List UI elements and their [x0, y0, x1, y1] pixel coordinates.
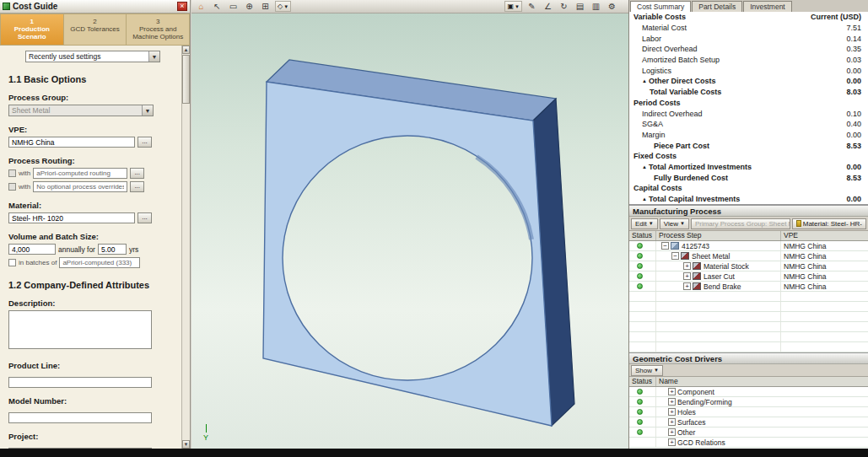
- routing-field[interactable]: [33, 168, 127, 179]
- column-name[interactable]: Name: [656, 377, 868, 386]
- viewport-canvas[interactable]: Y: [191, 13, 628, 449]
- bottom-strip: [0, 449, 868, 457]
- status-ok-icon: [637, 253, 643, 259]
- chart-icon[interactable]: ▥: [590, 1, 602, 13]
- model-front-face[interactable]: [263, 82, 552, 426]
- cost-label: Direct Overhead: [629, 45, 698, 53]
- select-cursor-icon[interactable]: ↖: [211, 1, 224, 13]
- primary-process-group-button[interactable]: Primary Process Group: Sheet Metal: [691, 218, 790, 229]
- material-button[interactable]: Material: Steel- HR-: [792, 218, 866, 229]
- fit-view-icon[interactable]: ⊞: [259, 1, 272, 13]
- measure-icon[interactable]: ∠: [542, 1, 554, 13]
- vpe-browse-button[interactable]: ...: [137, 137, 152, 148]
- cost-row: Material Cost7.51: [629, 23, 868, 34]
- vpe-field[interactable]: [8, 137, 135, 148]
- cost-value: 0.14: [846, 35, 868, 43]
- home-icon[interactable]: ⌂: [195, 1, 208, 13]
- product-line-input[interactable]: [8, 377, 152, 388]
- routing-checkbox[interactable]: [8, 169, 16, 177]
- collapse-triangle-icon[interactable]: ▲: [642, 196, 647, 202]
- column-process-step[interactable]: Process Step: [656, 231, 781, 240]
- edit-cad-icon[interactable]: ✎: [526, 1, 538, 13]
- gcd-row[interactable]: GCD Relations: [629, 438, 868, 448]
- view-orientation-dropdown[interactable]: ◇▼: [275, 1, 291, 12]
- material-browse-button[interactable]: ...: [137, 212, 152, 223]
- edit-menu-button[interactable]: Edit▼: [631, 218, 658, 229]
- collapse-triangle-icon[interactable]: ▲: [642, 78, 647, 83]
- tab-production-scenario[interactable]: 1 Production Scenario: [0, 13, 64, 46]
- gcd-row[interactable]: Other: [629, 427, 868, 438]
- expand-icon[interactable]: [668, 388, 676, 395]
- expand-icon[interactable]: [668, 428, 676, 436]
- process-row[interactable]: Sheet Metal NMHG China: [629, 251, 868, 261]
- marquee-select-icon[interactable]: ▭: [227, 1, 240, 13]
- batches-checkbox[interactable]: [8, 259, 16, 266]
- cost-row: Fixed Costs: [629, 151, 868, 162]
- yrs-label: yrs: [129, 245, 138, 254]
- process-row[interactable]: Laser Cut NMHG China: [629, 272, 868, 282]
- empty-row: [629, 302, 868, 312]
- expand-icon[interactable]: [668, 418, 676, 426]
- routing-override-checkbox[interactable]: [8, 183, 16, 191]
- viewport-settings-icon[interactable]: ⚙: [606, 1, 618, 13]
- tab-part-details[interactable]: Part Details: [692, 1, 742, 12]
- cost-label: Amortized Batch Setup: [629, 56, 720, 64]
- show-menu-button[interactable]: Show▼: [631, 365, 663, 376]
- gcd-row[interactable]: Component: [629, 387, 868, 397]
- process-row[interactable]: 4125743 NMHG China: [629, 241, 868, 251]
- close-icon[interactable]: ×: [177, 2, 187, 11]
- tab-gcd-tolerances[interactable]: 2 GCD Tolerances: [64, 13, 127, 46]
- years-input[interactable]: [98, 244, 127, 255]
- batch-size-field[interactable]: [59, 257, 140, 268]
- vpe-cell: NMHG China: [784, 262, 827, 271]
- tab-investment[interactable]: Investment: [743, 1, 792, 12]
- collapse-icon[interactable]: [661, 242, 669, 250]
- display-mode-dropdown[interactable]: ▣▼: [504, 1, 522, 12]
- scrollbar-thumb[interactable]: [182, 55, 190, 104]
- expand-icon[interactable]: [668, 438, 676, 446]
- collapse-triangle-icon[interactable]: ▲: [642, 164, 647, 169]
- gcd-table-header: Status Name: [629, 377, 868, 387]
- process-group-value: Sheet Metal: [9, 106, 142, 115]
- expand-icon[interactable]: [668, 408, 676, 416]
- cost-row: ▲Total Capital Investments0.00: [629, 194, 868, 205]
- scroll-down-icon[interactable]: ▼: [182, 440, 190, 449]
- collapse-icon[interactable]: [671, 252, 679, 260]
- model-number-input[interactable]: [8, 412, 152, 423]
- gcd-row[interactable]: Bending/Forming: [629, 397, 868, 407]
- process-row[interactable]: Material Stock NMHG China: [629, 261, 868, 272]
- expand-icon[interactable]: [683, 282, 691, 290]
- routing-override-browse-button[interactable]: ...: [130, 181, 144, 192]
- process-row[interactable]: Bend Brake NMHG China: [629, 282, 868, 292]
- layers-icon[interactable]: ▤: [574, 1, 586, 13]
- cad-model-sheet-metal-part[interactable]: [191, 13, 628, 449]
- annual-volume-input[interactable]: [8, 244, 56, 255]
- routing-browse-button[interactable]: ...: [130, 168, 144, 179]
- view-menu-button[interactable]: View▼: [660, 218, 689, 229]
- zoom-icon[interactable]: ⊕: [243, 1, 256, 13]
- recent-settings-dropdown[interactable]: Recently used settings ▼: [25, 51, 160, 62]
- scroll-up-icon[interactable]: ▲: [182, 46, 190, 54]
- manufacturing-toolbar: Edit▼ View▼ Primary Process Group: Sheet…: [629, 217, 868, 231]
- gcd-row[interactable]: Surfaces: [629, 417, 868, 427]
- gcd-row[interactable]: Holes: [629, 407, 868, 417]
- show-menu-label: Show: [635, 367, 652, 374]
- process-icon: [693, 282, 701, 290]
- left-panel-scrollbar[interactable]: ▲ ▼: [181, 46, 190, 449]
- expand-icon[interactable]: [683, 262, 691, 270]
- description-textarea[interactable]: [8, 310, 152, 349]
- column-status[interactable]: Status: [629, 377, 656, 386]
- process-group-dropdown[interactable]: Sheet Metal ▼: [8, 105, 154, 116]
- column-vpe[interactable]: VPE: [781, 231, 868, 240]
- tab-cost-summary[interactable]: Cost Summary: [630, 1, 691, 12]
- part-icon: [671, 242, 679, 250]
- expand-icon[interactable]: [668, 398, 676, 406]
- vpe-cell: NMHG China: [784, 272, 827, 281]
- material-field[interactable]: [8, 212, 135, 223]
- tab-process-machine-options[interactable]: 3 Process and Machine Options: [127, 13, 190, 46]
- expand-icon[interactable]: [683, 272, 691, 280]
- column-status[interactable]: Status: [629, 231, 656, 240]
- rotate-view-icon[interactable]: ↻: [558, 1, 570, 13]
- routing-override-field[interactable]: [33, 181, 127, 192]
- status-ok-icon: [637, 243, 643, 249]
